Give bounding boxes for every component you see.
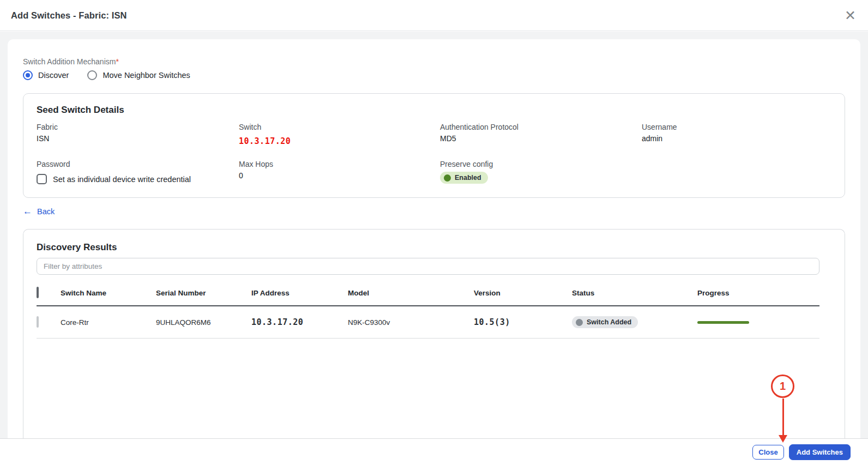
select-all-cell — [37, 288, 61, 298]
field-value-highlighted: 10.3.17.20 — [239, 136, 440, 146]
discovery-card-title: Discovery Results — [37, 242, 831, 253]
cell-status: Switch Added — [572, 316, 697, 328]
mechanism-label: Switch Addition Mechanism* — [23, 57, 845, 66]
radio-option-label: Discover — [38, 71, 69, 80]
field-username: Username admin — [642, 123, 831, 146]
field-value: 0 — [239, 171, 440, 180]
radio-option-move-neighbor[interactable]: Move Neighbor Switches — [87, 70, 190, 80]
annotation-arrow-line — [782, 398, 784, 436]
column-header-serial-number[interactable]: Serial Number — [156, 289, 251, 297]
badge-label: Enabled — [455, 174, 481, 182]
cell-switch-name: Core-Rtr — [61, 318, 156, 327]
row-checkbox[interactable] — [37, 316, 39, 328]
checkbox-icon[interactable] — [37, 174, 47, 184]
radio-selected-icon[interactable] — [23, 70, 33, 80]
discovery-results-card: Discovery Results Switch Name Serial Num… — [23, 229, 845, 438]
table-header-row: Switch Name Serial Number IP Address Mod… — [37, 281, 819, 306]
cell-progress — [697, 321, 819, 324]
add-switches-button[interactable]: Add Switches — [789, 444, 851, 460]
field-password: Password Set as individual device write … — [37, 160, 239, 184]
column-header-progress[interactable]: Progress — [697, 289, 819, 297]
table-row: Core-Rtr 9UHLAQOR6M6 10.3.17.20 N9K-C930… — [37, 306, 819, 339]
field-auth-protocol: Authentication Protocol MD5 — [440, 123, 642, 146]
mechanism-radio-group: Discover Move Neighbor Switches — [23, 70, 845, 80]
annotation-arrow-head-icon — [779, 435, 787, 443]
field-value: ISN — [37, 134, 239, 143]
content-panel: Switch Addition Mechanism* Discover Move… — [8, 39, 860, 438]
badge-label: Switch Added — [587, 318, 631, 326]
mechanism-section: Switch Addition Mechanism* Discover Move… — [23, 57, 845, 80]
select-all-checkbox[interactable] — [37, 287, 39, 298]
column-header-switch-name[interactable]: Switch Name — [61, 289, 156, 297]
column-header-version[interactable]: Version — [474, 289, 572, 297]
enabled-status-badge: Enabled — [440, 172, 488, 184]
radio-unselected-icon[interactable] — [87, 70, 97, 80]
back-link[interactable]: ← Back — [23, 207, 55, 216]
dialog-footer: Close Add Switches — [0, 438, 868, 465]
seed-switch-details-card: Seed Switch Details Fabric ISN Switch 10… — [23, 93, 845, 198]
field-label: Switch — [239, 123, 440, 131]
required-asterisk: * — [116, 57, 118, 66]
write-credential-option[interactable]: Set as individual device write credentia… — [37, 174, 239, 184]
checkbox-label: Set as individual device write credentia… — [53, 175, 191, 184]
status-dot-icon — [444, 174, 451, 182]
annotation-step-circle: 1 — [771, 375, 794, 398]
seed-fields-row-2: Password Set as individual device write … — [37, 160, 831, 184]
row-select-cell — [37, 317, 61, 327]
column-header-ip-address[interactable]: IP Address — [251, 289, 348, 297]
field-label: Preserve config — [440, 160, 642, 168]
radio-option-discover[interactable]: Discover — [23, 70, 69, 80]
add-switches-dialog: Add Switches - Fabric: ISN ✕ Switch Addi… — [0, 0, 868, 465]
dialog-title: Add Switches - Fabric: ISN — [11, 10, 127, 21]
field-value: admin — [642, 134, 831, 143]
cell-version-highlighted: 10.5(3) — [474, 317, 572, 327]
radio-option-label: Move Neighbor Switches — [103, 71, 190, 80]
filter-input[interactable] — [37, 258, 819, 275]
mechanism-label-text: Switch Addition Mechanism — [23, 57, 116, 66]
status-dot-icon — [576, 319, 583, 326]
field-max-hops: Max Hops 0 — [239, 160, 440, 184]
field-preserve-config: Preserve config Enabled — [440, 160, 642, 184]
column-header-status[interactable]: Status — [572, 289, 697, 297]
progress-bar — [697, 321, 749, 324]
close-icon[interactable]: ✕ — [845, 9, 856, 22]
field-value: MD5 — [440, 134, 642, 143]
field-switch: Switch 10.3.17.20 — [239, 123, 440, 146]
column-header-model[interactable]: Model — [348, 289, 474, 297]
field-label: Max Hops — [239, 160, 440, 168]
cell-model: N9K-C9300v — [348, 318, 474, 327]
back-arrow-icon: ← — [23, 207, 32, 216]
field-label: Password — [37, 160, 239, 168]
discovery-table: Switch Name Serial Number IP Address Mod… — [37, 281, 819, 339]
field-label: Fabric — [37, 123, 239, 131]
field-fabric: Fabric ISN — [37, 123, 239, 146]
field-label: Authentication Protocol — [440, 123, 642, 131]
dialog-body: Switch Addition Mechanism* Discover Move… — [0, 32, 868, 438]
back-link-label: Back — [37, 207, 55, 216]
field-label: Username — [642, 123, 831, 131]
cell-serial-number: 9UHLAQOR6M6 — [156, 318, 251, 327]
switch-added-badge: Switch Added — [572, 316, 638, 328]
dialog-header: Add Switches - Fabric: ISN ✕ — [0, 0, 868, 31]
cell-ip-address-highlighted: 10.3.17.20 — [251, 317, 348, 327]
seed-card-title: Seed Switch Details — [37, 105, 831, 116]
seed-fields-row-1: Fabric ISN Switch 10.3.17.20 Authenticat… — [37, 123, 831, 146]
close-button[interactable]: Close — [752, 445, 783, 460]
